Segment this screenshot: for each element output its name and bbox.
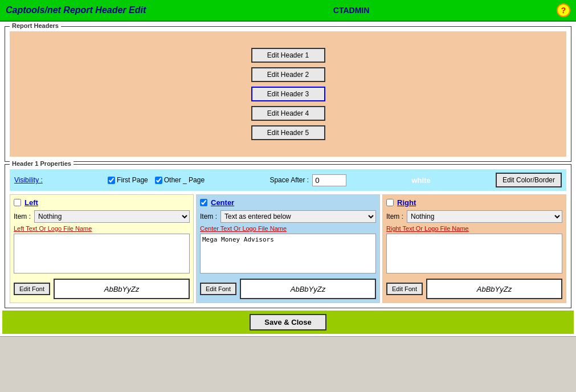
- white-label: white: [411, 176, 430, 185]
- right-col-header: Right: [386, 198, 562, 207]
- left-checkbox[interactable]: [14, 199, 21, 206]
- columns-area: Left Item : Nothing Text as entered belo…: [10, 194, 566, 303]
- left-item-select[interactable]: Nothing Text as entered below Date Page …: [34, 210, 190, 223]
- right-font-preview: AbBbYyZz: [426, 279, 562, 299]
- space-after-label: Space After :: [269, 176, 309, 184]
- right-edit-font-button[interactable]: Edit Font: [386, 283, 423, 295]
- left-file-name-label[interactable]: Left Text Or Logo File Name: [14, 225, 190, 232]
- left-font-row: Edit Font AbBbYyZz: [14, 279, 190, 299]
- left-font-preview: AbBbYyZz: [54, 279, 190, 299]
- edit-header-4-button[interactable]: Edit Header 4: [251, 106, 325, 121]
- left-title: Left: [24, 198, 38, 207]
- visibility-row: Visibility : First Page Other _ Page Spa…: [10, 169, 566, 191]
- report-headers-label: Report Headers: [10, 22, 61, 29]
- left-edit-font-button[interactable]: Edit Font: [14, 283, 50, 295]
- center-item-select[interactable]: Nothing Text as entered below Date Page …: [220, 210, 376, 223]
- properties-section: Header 1 Properties Visibility : First P…: [5, 164, 571, 308]
- center-font-row: Edit Font AbBbYyZz: [200, 279, 376, 299]
- report-headers-area: Edit Header 1 Edit Header 2 Edit Header …: [10, 31, 566, 157]
- right-file-name-label[interactable]: Right Text Or Logo File Name: [386, 225, 562, 232]
- title-bar: Captools/net Report Header Edit CTADMIN …: [0, 0, 576, 22]
- right-item-row: Item : Nothing Text as entered below Dat…: [386, 210, 562, 223]
- report-headers-section: Report Headers Edit Header 1 Edit Header…: [5, 26, 571, 162]
- visibility-checks: First Page Other _ Page: [108, 176, 205, 184]
- first-page-checkbox[interactable]: [108, 177, 115, 184]
- properties-label: Header 1 Properties: [10, 160, 73, 167]
- color-border-button[interactable]: Edit Color/Border: [496, 173, 562, 187]
- space-after-input[interactable]: [312, 174, 346, 186]
- help-button[interactable]: ?: [557, 3, 570, 17]
- edit-header-2-button[interactable]: Edit Header 2: [251, 67, 325, 82]
- save-close-button[interactable]: Save & Close: [250, 314, 326, 330]
- other-page-checkbox[interactable]: [155, 177, 162, 184]
- edit-header-5-button[interactable]: Edit Header 5: [251, 125, 325, 140]
- right-checkbox[interactable]: [386, 199, 394, 206]
- left-col-header: Left: [14, 198, 190, 207]
- right-item-label: Item :: [386, 213, 403, 220]
- left-column: Left Item : Nothing Text as entered belo…: [10, 194, 194, 303]
- app-title: Captools/net Report Header Edit: [6, 5, 146, 15]
- space-after-group: Space After :: [269, 174, 346, 186]
- center-edit-font-button[interactable]: Edit Font: [200, 283, 236, 295]
- left-item-label: Item :: [14, 213, 31, 220]
- other-page-label: Other _ Page: [164, 176, 205, 184]
- center-file-name-label[interactable]: Center Text Or Logo File Name: [200, 225, 376, 232]
- left-item-row: Item : Nothing Text as entered below Dat…: [14, 210, 190, 223]
- right-font-row: Edit Font AbBbYyZz: [386, 279, 562, 299]
- visibility-label[interactable]: Visibility :: [14, 176, 43, 184]
- center-col-header: Center: [200, 198, 376, 207]
- left-text-area[interactable]: [14, 234, 190, 273]
- center-item-row: Item : Nothing Text as entered below Dat…: [200, 210, 376, 223]
- center-title: Center: [211, 198, 234, 207]
- main-content: Report Headers Edit Header 1 Edit Header…: [0, 22, 576, 336]
- center-checkbox[interactable]: [200, 199, 207, 206]
- first-page-label: First Page: [117, 176, 148, 184]
- center-column: Center Item : Nothing Text as entered be…: [196, 194, 380, 303]
- edit-header-1-button[interactable]: Edit Header 1: [251, 48, 325, 63]
- right-title: Right: [397, 198, 416, 207]
- user-label: CTADMIN: [333, 6, 370, 15]
- bottom-bar: Save & Close: [2, 311, 574, 334]
- center-font-preview: AbBbYyZz: [240, 279, 376, 299]
- center-text-area[interactable]: [200, 234, 376, 273]
- first-page-checkbox-label[interactable]: First Page: [108, 176, 148, 184]
- right-column: Right Item : Nothing Text as entered bel…: [382, 194, 566, 303]
- other-page-checkbox-label[interactable]: Other _ Page: [155, 176, 205, 184]
- status-bar: [0, 336, 576, 339]
- right-text-area[interactable]: [386, 234, 562, 273]
- center-item-label: Item :: [200, 213, 217, 220]
- right-item-select[interactable]: Nothing Text as entered below Date Page …: [407, 210, 562, 223]
- edit-header-3-button[interactable]: Edit Header 3: [251, 87, 325, 101]
